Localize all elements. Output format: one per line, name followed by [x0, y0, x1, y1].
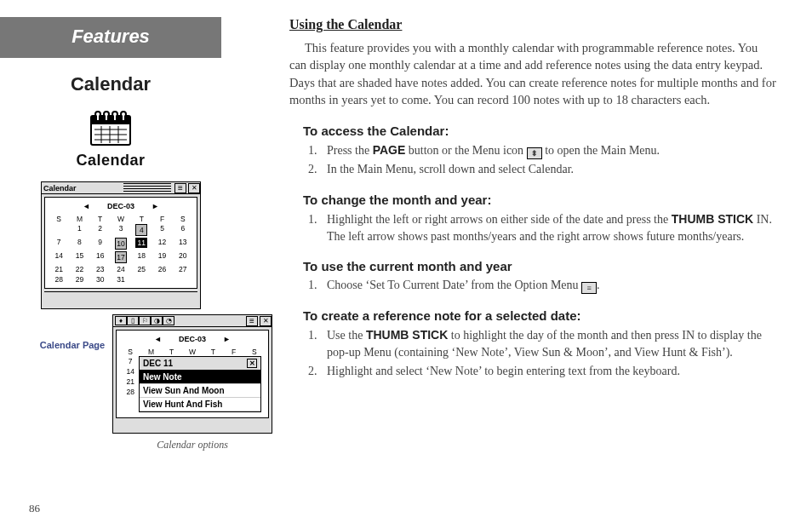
close-icon [260, 316, 272, 326]
calendar-app-icon [0, 107, 221, 148]
list-item: Choose ‘Set To Current Date’ from the Op… [320, 277, 778, 294]
page-title: Calendar [0, 73, 221, 95]
popup-item-hunt-fish: View Hunt And Fish [140, 398, 260, 411]
popup-item-new-note: New Note [140, 371, 260, 384]
list-item: Press the PAGE button or the Menu icon ⬍… [320, 141, 778, 159]
current-month: DEC-03 [179, 335, 206, 343]
intro-paragraph: This feature provides you with a monthly… [289, 39, 778, 108]
options-menu-icon [246, 316, 258, 326]
toolbar-btn: ◑ [151, 316, 163, 325]
toolbar-btn: ▯ [127, 316, 139, 325]
toolbar-btn: ◔ [163, 316, 174, 325]
close-icon: ✕ [247, 359, 257, 368]
screenshot1-caption: Calendar Page [37, 314, 107, 350]
popup-item-sun-moon: View Sun And Moon [140, 384, 260, 398]
subhead-access: To access the Calendar: [303, 124, 778, 138]
toolbar-btn: ♦ [115, 316, 127, 325]
window-title: Calendar [43, 184, 123, 193]
calendar-icon-label: Calendar [0, 152, 221, 170]
subhead-change-month: To change the month and year: [303, 193, 778, 207]
calendar-options-screenshot: ♦ ▯ ⚐ ◑ ◔ ◄ DEC-03 [112, 314, 272, 434]
toolbar-btn: ⚐ [139, 316, 151, 325]
features-header: Features [0, 17, 221, 58]
list-item: Highlight the left or right arrows on ei… [320, 210, 778, 246]
prev-month-arrow: ◄ [83, 202, 90, 210]
page-number: 86 [29, 502, 40, 515]
popup-date: DEC 11 [143, 359, 247, 368]
current-month: DEC-03 [107, 202, 134, 210]
list-item: Highlight and select ‘New Note’ to begin… [320, 363, 778, 380]
close-icon [188, 183, 200, 193]
date-popup: DEC 11 ✕ New Note View Sun And Moon View… [139, 356, 261, 412]
prev-month-arrow: ◄ [154, 335, 162, 343]
options-menu-icon: ≡ [581, 282, 597, 294]
list-item: Use the THUMB STICK to highlight the day… [320, 326, 778, 362]
list-item: In the Main Menu, scroll down and select… [320, 161, 778, 178]
subhead-reference-note: To create a reference note for a selecte… [303, 308, 778, 323]
section-title: Using the Calendar [289, 17, 778, 32]
next-month-arrow: ► [152, 202, 159, 210]
subhead-current-month: To use the current month and year [303, 259, 778, 273]
options-menu-icon [174, 183, 186, 193]
menu-icon: ⬍ [527, 147, 542, 159]
screenshot2-caption: Calendar options [112, 439, 272, 451]
calendar-page-screenshot: Calendar ◄ DEC-03 ► SMTWTFS 123456789101… [41, 181, 201, 309]
next-month-arrow: ► [223, 335, 231, 343]
